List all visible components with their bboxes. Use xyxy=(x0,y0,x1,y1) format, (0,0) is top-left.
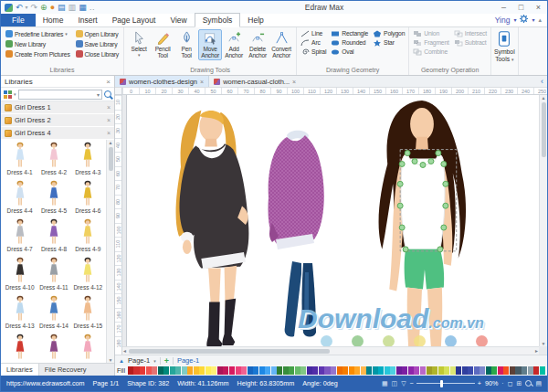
color-swatch[interactable] xyxy=(456,366,461,375)
color-swatch[interactable] xyxy=(324,366,330,375)
color-swatch[interactable] xyxy=(206,366,211,375)
document-tab-active[interactable]: women-clothes-design × xyxy=(115,76,209,87)
tab-insert[interactable]: Insert xyxy=(70,14,104,26)
color-swatch[interactable] xyxy=(211,366,216,375)
color-swatch[interactable] xyxy=(128,366,133,375)
library-symbol-thumbnail[interactable]: Dress 4-6 xyxy=(71,180,105,218)
library-symbol-thumbnail[interactable] xyxy=(71,334,105,363)
library-symbol-thumbnail[interactable]: Dress 4-5 xyxy=(37,180,70,218)
rounded-rectangle-button[interactable]: Rounded xyxy=(330,38,369,47)
add-anchor-button[interactable]: AddAnchor xyxy=(222,29,246,60)
scroll-left-icon[interactable]: ◄ xyxy=(122,348,127,354)
color-swatch[interactable] xyxy=(480,366,485,375)
search-icon[interactable] xyxy=(104,90,111,98)
page-panel-collapse-icon[interactable]: ▲ xyxy=(119,358,124,364)
color-swatch[interactable] xyxy=(259,366,265,375)
library-symbol-thumbnail[interactable]: Dress 4-1 xyxy=(3,142,37,180)
color-swatch[interactable] xyxy=(385,366,390,375)
color-swatch[interactable] xyxy=(187,366,193,375)
color-swatch[interactable] xyxy=(265,366,270,375)
library-symbol-thumbnail[interactable]: Dress 4-10 xyxy=(3,257,37,295)
library-menu-icon[interactable] xyxy=(4,90,12,99)
document-tab-close-icon[interactable]: × xyxy=(200,79,204,85)
tab-symbols[interactable]: Symbols xyxy=(195,13,241,27)
new-library-button[interactable]: New Library xyxy=(4,39,72,48)
color-swatch[interactable] xyxy=(158,366,163,375)
scroll-up-icon[interactable]: ▲ xyxy=(109,140,113,145)
color-swatch[interactable] xyxy=(312,366,318,375)
color-swatch[interactable] xyxy=(510,366,515,375)
undo-icon[interactable]: ↶ xyxy=(16,3,23,12)
scrollbar-thumb[interactable] xyxy=(129,349,330,354)
document-tab-close-icon[interactable]: × xyxy=(292,79,296,85)
library-symbol-thumbnail[interactable]: Dress 4-12 xyxy=(71,257,105,295)
library-symbol-thumbnail[interactable]: Dress 4-14 xyxy=(37,295,70,334)
redo-icon[interactable]: ↷ xyxy=(31,3,38,12)
account-name[interactable]: Ying xyxy=(495,16,511,25)
library-list-item[interactable]: Girl Dress 1 × xyxy=(1,101,114,113)
color-swatch[interactable] xyxy=(420,366,426,375)
pen-tool-button[interactable]: PenTool xyxy=(174,29,198,60)
color-swatch[interactable] xyxy=(427,366,432,375)
save-library-button[interactable]: Save Library xyxy=(74,39,121,48)
scroll-up-icon[interactable]: ▲ xyxy=(542,95,546,101)
color-swatch[interactable] xyxy=(217,366,223,375)
website-link[interactable]: https://www.edrawsoft.com xyxy=(6,379,84,387)
tab-scroll-left-icon[interactable]: ‹ xyxy=(537,76,547,87)
color-swatch[interactable] xyxy=(515,366,521,375)
color-swatch[interactable] xyxy=(432,366,437,375)
color-swatch[interactable] xyxy=(133,366,139,375)
export-icon[interactable]: ● xyxy=(50,3,55,12)
whole-page-icon[interactable]: ⊞ xyxy=(517,380,522,387)
library-symbol-thumbnail[interactable]: Dress 4-4 xyxy=(3,180,37,218)
color-swatch[interactable] xyxy=(170,366,175,375)
spiral-button[interactable]: Spiral xyxy=(300,48,327,56)
library-scrollbar[interactable]: ▲ ▼ xyxy=(106,140,114,363)
line-button[interactable]: Line xyxy=(300,29,327,37)
color-swatch[interactable] xyxy=(366,366,372,375)
tab-view[interactable]: View xyxy=(163,14,194,26)
close-button[interactable]: × xyxy=(530,3,547,12)
library-item-close-icon[interactable]: × xyxy=(107,130,111,136)
color-swatch[interactable] xyxy=(248,366,253,375)
color-swatch[interactable] xyxy=(283,366,289,375)
color-swatch[interactable] xyxy=(253,366,258,375)
zoom-out-icon[interactable]: − xyxy=(410,379,414,387)
color-swatch[interactable] xyxy=(540,366,545,375)
library-symbol-thumbnail[interactable] xyxy=(3,334,37,363)
star-button[interactable]: Star xyxy=(372,38,406,47)
create-from-pictures-button[interactable]: Create From Pictures xyxy=(4,49,72,58)
drawing-canvas[interactable]: 1020304050607080901001101201301401501601… xyxy=(115,95,547,355)
close-library-button[interactable]: Close Library xyxy=(74,49,121,58)
convert-anchor-button[interactable]: ConvertAnchor xyxy=(269,29,293,60)
zoom-slider-thumb[interactable] xyxy=(440,380,443,387)
collapse-ribbon-icon[interactable]: ▴ xyxy=(538,16,542,24)
color-swatch[interactable] xyxy=(342,366,348,375)
scroll-down-icon[interactable]: ▼ xyxy=(542,341,546,346)
library-item-close-icon[interactable]: × xyxy=(107,117,111,123)
color-swatch[interactable] xyxy=(486,366,491,375)
color-swatch[interactable] xyxy=(503,366,509,375)
tab-help[interactable]: Help xyxy=(240,14,270,26)
scrollbar-thumb[interactable] xyxy=(542,102,546,157)
gear-icon[interactable] xyxy=(520,15,528,25)
scroll-right-icon[interactable]: ► xyxy=(534,348,539,354)
scrollbar-thumb[interactable] xyxy=(109,147,113,171)
add-page-button[interactable]: + xyxy=(164,356,169,366)
color-swatch[interactable] xyxy=(444,366,449,375)
gear-dropdown-icon[interactable]: ▾ xyxy=(532,16,534,23)
color-swatch[interactable] xyxy=(146,366,152,375)
maximize-button[interactable]: □ xyxy=(512,3,530,12)
open-library-button[interactable]: Open Library xyxy=(74,29,121,38)
zoom-level[interactable]: 90% xyxy=(485,379,498,387)
color-swatch[interactable] xyxy=(223,366,228,375)
save-icon[interactable]: ▤ xyxy=(58,3,66,12)
library-list-item[interactable]: Girl Dress 4 × xyxy=(1,127,114,139)
library-symbol-thumbnail[interactable]: Dress 4-13 xyxy=(3,295,37,334)
color-swatch[interactable] xyxy=(271,366,277,375)
color-swatch[interactable] xyxy=(194,366,199,375)
figure-black-dress-model[interactable] xyxy=(150,101,274,349)
arc-button[interactable]: Arc xyxy=(300,38,327,47)
library-search-input[interactable] xyxy=(19,91,97,98)
color-swatch[interactable] xyxy=(300,366,306,375)
